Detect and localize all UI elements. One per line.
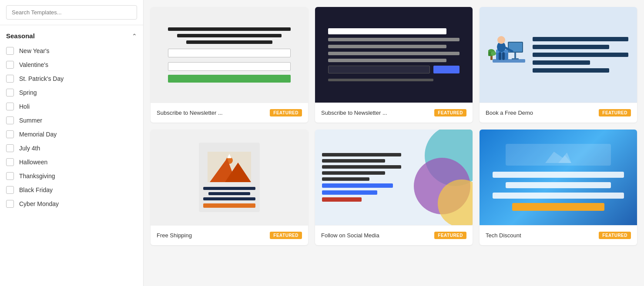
checkbox-july-4th[interactable] <box>6 144 14 152</box>
featured-badge-social: FEATURED <box>434 232 466 239</box>
checkbox-halloween[interactable] <box>6 158 14 166</box>
template-name-newsletter-2: Subscribe to Newsletter ... <box>321 110 387 116</box>
checkbox-valentines[interactable] <box>6 61 14 69</box>
template-footer-shipping: Free ShippingFEATURED <box>151 225 308 245</box>
chevron-up-icon: ⌃ <box>132 33 137 40</box>
filter-list: New Year'sValentine'sSt. Patrick's DaySp… <box>0 44 143 215</box>
checkbox-memorial-day[interactable] <box>6 130 14 138</box>
filter-label-black-friday: Black Friday <box>19 186 53 193</box>
filter-item-holi[interactable]: Holi <box>6 100 137 113</box>
filter-label-st-patricks: St. Patrick's Day <box>19 75 64 82</box>
filter-label-holi: Holi <box>19 103 30 110</box>
filter-label-thanksgiving: Thanksgiving <box>19 173 55 180</box>
svg-rect-10 <box>499 52 501 60</box>
filter-label-valentines: Valentine's <box>19 61 48 68</box>
template-preview-demo <box>480 7 637 103</box>
template-footer-newsletter-2: Subscribe to Newsletter ...FEATURED <box>315 103 473 123</box>
filter-item-memorial-day[interactable]: Memorial Day <box>6 127 137 141</box>
template-name-social: Follow on Social Media <box>321 232 379 239</box>
template-preview-newsletter-1 <box>151 7 308 103</box>
category-header[interactable]: Seasonal ⌃ <box>0 25 143 44</box>
main-content: Subscribe to Newsletter ...FEATURED Subs… <box>144 0 644 286</box>
checkbox-black-friday[interactable] <box>6 186 14 194</box>
filter-item-cyber-monday[interactable]: Cyber Monday <box>6 197 137 211</box>
template-preview-social <box>315 130 473 225</box>
checkbox-spring[interactable] <box>6 89 14 96</box>
template-card-demo[interactable]: Book a Free DemoFEATURED <box>480 7 637 123</box>
template-preview-newsletter-2 <box>315 7 473 103</box>
featured-badge-newsletter-1: FEATURED <box>270 109 302 116</box>
template-footer-social: Follow on Social MediaFEATURED <box>315 225 473 245</box>
svg-rect-3 <box>514 53 516 59</box>
checkbox-new-years[interactable] <box>6 47 14 55</box>
template-card-shipping[interactable]: Free ShippingFEATURED <box>151 130 308 245</box>
filter-item-halloween[interactable]: Halloween <box>6 155 137 169</box>
search-input[interactable] <box>6 5 137 20</box>
filter-label-memorial-day: Memorial Day <box>19 131 57 138</box>
template-footer-demo: Book a Free DemoFEATURED <box>480 103 637 123</box>
template-preview-tech <box>480 130 637 225</box>
template-card-social[interactable]: Follow on Social MediaFEATURED <box>315 130 473 245</box>
template-name-tech: Tech Discount <box>486 232 521 239</box>
template-name-demo: Book a Free Demo <box>486 110 533 116</box>
category-title: Seasonal <box>6 32 35 40</box>
sidebar: Seasonal ⌃ New Year'sValentine'sSt. Patr… <box>0 0 144 286</box>
template-card-tech[interactable]: Tech DiscountFEATURED <box>480 130 637 245</box>
svg-point-8 <box>497 36 505 44</box>
template-card-newsletter-1[interactable]: Subscribe to Newsletter ...FEATURED <box>151 7 308 123</box>
filter-label-summer: Summer <box>19 117 42 124</box>
template-name-shipping: Free Shipping <box>157 232 192 239</box>
svg-rect-11 <box>502 52 505 60</box>
filter-item-spring[interactable]: Spring <box>6 86 137 100</box>
checkbox-thanksgiving[interactable] <box>6 172 14 180</box>
filter-item-new-years[interactable]: New Year's <box>6 44 137 58</box>
filter-item-july-4th[interactable]: July 4th <box>6 141 137 155</box>
filter-item-summer[interactable]: Summer <box>6 113 137 127</box>
checkbox-holi[interactable] <box>6 103 14 110</box>
filter-item-black-friday[interactable]: Black Friday <box>6 183 137 197</box>
template-name-newsletter-1: Subscribe to Newsletter ... <box>157 110 223 116</box>
svg-point-15 <box>491 51 496 56</box>
filter-item-thanksgiving[interactable]: Thanksgiving <box>6 169 137 183</box>
checkbox-st-patricks[interactable] <box>6 75 14 83</box>
filter-label-cyber-monday: Cyber Monday <box>19 200 59 207</box>
featured-badge-newsletter-2: FEATURED <box>434 109 466 116</box>
svg-rect-4 <box>512 58 519 60</box>
checkbox-cyber-monday[interactable] <box>6 200 14 208</box>
template-preview-shipping <box>151 130 308 225</box>
featured-badge-tech: FEATURED <box>599 232 631 239</box>
featured-badge-shipping: FEATURED <box>270 232 302 239</box>
checkbox-summer[interactable] <box>6 116 14 124</box>
template-card-newsletter-2[interactable]: Subscribe to Newsletter ...FEATURED <box>315 7 473 123</box>
template-footer-tech: Tech DiscountFEATURED <box>480 225 637 245</box>
filter-label-new-years: New Year's <box>19 47 50 54</box>
filter-item-st-patricks[interactable]: St. Patrick's Day <box>6 72 137 86</box>
filter-label-july-4th: July 4th <box>19 145 40 152</box>
templates-grid: Subscribe to Newsletter ...FEATURED Subs… <box>151 7 637 245</box>
search-container <box>0 0 143 25</box>
filter-label-spring: Spring <box>19 89 37 96</box>
filter-label-halloween: Halloween <box>19 159 47 166</box>
filter-item-valentines[interactable]: Valentine's <box>6 58 137 72</box>
featured-badge-demo: FEATURED <box>599 109 631 116</box>
template-footer-newsletter-1: Subscribe to Newsletter ...FEATURED <box>151 103 308 123</box>
